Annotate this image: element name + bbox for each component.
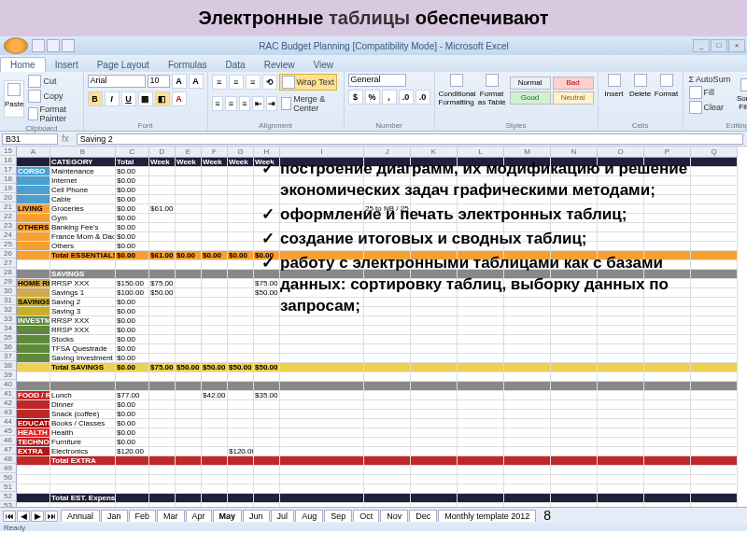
col-header[interactable]: P [644, 147, 691, 158]
sheet-tab-jan[interactable]: Jan [101, 510, 128, 522]
cell[interactable]: $35.00 [254, 391, 280, 400]
row-header[interactable]: 30 [0, 287, 17, 296]
cell[interactable] [504, 382, 551, 391]
row-header[interactable]: 22 [0, 212, 17, 221]
cell[interactable] [202, 298, 228, 307]
cell[interactable] [644, 484, 691, 494]
cell[interactable] [458, 372, 504, 382]
cell[interactable] [644, 363, 691, 372]
cell[interactable] [364, 344, 411, 354]
comma-button[interactable]: , [382, 90, 397, 105]
style-good[interactable]: Good [510, 91, 551, 105]
cell[interactable] [280, 428, 364, 438]
cell[interactable] [280, 344, 364, 354]
cell[interactable] [149, 344, 176, 354]
cell[interactable] [176, 484, 202, 494]
cell[interactable] [176, 316, 202, 326]
row-header[interactable]: 39 [0, 371, 17, 380]
cell[interactable] [458, 400, 504, 410]
cell[interactable] [149, 186, 176, 195]
cell[interactable] [598, 428, 644, 438]
cell[interactable]: Internet [50, 176, 116, 186]
cell[interactable] [504, 391, 551, 400]
sheet-nav-last[interactable]: ⏭ [45, 511, 58, 522]
col-header[interactable]: L [458, 147, 504, 158]
format-as-table-button[interactable]: Format as Table [476, 74, 508, 106]
cell[interactable] [411, 466, 458, 475]
cell[interactable] [411, 382, 458, 391]
cell[interactable] [691, 466, 738, 475]
cell[interactable] [17, 195, 50, 204]
cell[interactable] [551, 391, 598, 400]
font-color-button[interactable]: A [172, 91, 187, 106]
cell[interactable]: Health [50, 428, 116, 438]
cell[interactable] [644, 466, 691, 475]
cell[interactable] [228, 298, 254, 307]
cell[interactable] [458, 428, 504, 438]
cell[interactable] [176, 456, 202, 466]
cell[interactable] [254, 344, 280, 354]
cell[interactable] [17, 158, 50, 167]
maximize-button[interactable]: □ [711, 39, 727, 52]
sheet-tab-jul[interactable]: Jul [271, 510, 295, 522]
cell[interactable] [644, 344, 691, 354]
table-row[interactable]: Dinner$0.00 [17, 400, 738, 410]
cell[interactable] [411, 410, 458, 419]
cell[interactable] [149, 428, 176, 438]
table-row[interactable]: Total EST. Expenses [17, 494, 738, 503]
row-header[interactable]: 32 [0, 305, 17, 315]
cell[interactable] [228, 456, 254, 466]
cell[interactable]: Cell Phone [50, 186, 116, 195]
merge-center-button[interactable]: Merge & Center [279, 93, 339, 114]
cell[interactable]: Banking Fee's [50, 223, 116, 232]
fill-button[interactable]: Fill [687, 85, 733, 100]
cell[interactable] [17, 372, 50, 382]
cell[interactable] [202, 242, 228, 251]
cell[interactable] [254, 484, 280, 494]
cell[interactable] [228, 400, 254, 410]
cell[interactable] [228, 242, 254, 251]
cell[interactable]: $42.00 [202, 391, 228, 400]
table-row[interactable] [17, 372, 738, 382]
ribbon-tab-review[interactable]: Review [255, 58, 304, 72]
cell[interactable] [17, 475, 50, 484]
row-header[interactable]: 20 [0, 193, 17, 203]
cell[interactable] [176, 419, 202, 428]
cell[interactable]: $0.00 [116, 335, 149, 344]
undo-icon[interactable] [47, 39, 60, 52]
cell[interactable] [202, 372, 228, 382]
cell[interactable] [17, 288, 50, 298]
cell[interactable] [411, 363, 458, 372]
table-row[interactable]: TFSA Questrade$0.00 [17, 344, 738, 354]
align-center-button[interactable]: ≡ [225, 96, 237, 111]
cell[interactable]: $0.00 [116, 204, 149, 214]
cell[interactable] [176, 204, 202, 214]
cell[interactable] [149, 335, 176, 344]
cell[interactable] [202, 195, 228, 204]
cell[interactable] [202, 484, 228, 494]
cell[interactable] [176, 214, 202, 223]
cell[interactable] [644, 326, 691, 335]
sheet-tab-sep[interactable]: Sep [324, 510, 352, 522]
row-header[interactable]: 26 [0, 249, 17, 259]
ribbon-tab-formulas[interactable]: Formulas [159, 58, 217, 72]
cell[interactable] [202, 232, 228, 242]
cell[interactable] [149, 419, 176, 428]
cell[interactable] [458, 363, 504, 372]
cell[interactable] [149, 242, 176, 251]
cell[interactable] [458, 335, 504, 344]
cell[interactable] [176, 344, 202, 354]
cell[interactable] [149, 475, 176, 484]
cell[interactable] [17, 251, 50, 260]
cell[interactable] [691, 363, 738, 372]
row-header[interactable]: 47 [0, 445, 17, 455]
sheet-tab-annual[interactable]: Annual [61, 510, 100, 522]
cell[interactable] [551, 382, 598, 391]
font-size-select[interactable]: 10 [148, 75, 170, 88]
cell[interactable] [458, 456, 504, 466]
cell[interactable] [691, 475, 738, 484]
cell[interactable] [644, 382, 691, 391]
cell[interactable] [254, 326, 280, 335]
cell[interactable] [411, 372, 458, 382]
cell[interactable] [691, 447, 738, 456]
